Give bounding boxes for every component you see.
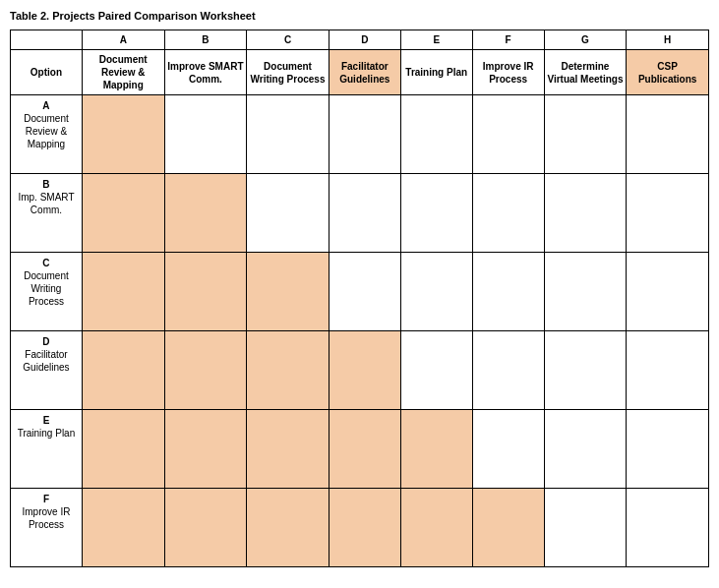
cell-b-e (400, 174, 472, 253)
col-letter-e: E (400, 30, 472, 50)
cell-f-e (400, 489, 472, 567)
option-header: Option (11, 50, 83, 95)
cell-c-c (247, 253, 330, 331)
cell-a-c (247, 95, 330, 174)
cell-f-d (329, 489, 400, 567)
cell-b-h (627, 174, 709, 253)
cell-a-d (329, 95, 400, 174)
col-letter-row: A B C D E F G H (11, 30, 709, 50)
table-row: ADocument Review & Mapping (11, 95, 709, 174)
cell-a-e (400, 95, 472, 174)
col-label-c: Document Writing Process (247, 50, 330, 95)
cell-f-b (164, 489, 247, 567)
col-label-a: Document Review & Mapping (82, 50, 164, 95)
cell-c-a (82, 253, 164, 331)
col-letter-f: F (472, 30, 544, 50)
cell-f-f (472, 489, 544, 567)
cell-c-f (472, 253, 544, 331)
cell-d-a (82, 331, 164, 410)
col-letter-c: C (247, 30, 330, 50)
table-row: CDocument Writing Process (11, 253, 709, 331)
cell-e-h (627, 410, 709, 489)
corner-cell (11, 30, 83, 50)
table-row: DFacilitator Guidelines (11, 331, 709, 410)
row-label-a: ADocument Review & Mapping (11, 95, 83, 174)
row-label-e: ETraining Plan (11, 410, 83, 489)
col-label-h: CSP Publications (627, 50, 709, 95)
col-label-e: Training Plan (400, 50, 472, 95)
cell-d-b (164, 331, 247, 410)
col-label-row: Option Document Review & Mapping Improve… (11, 50, 709, 95)
col-label-b: Improve SMART Comm. (164, 50, 247, 95)
table-row: FImprove IR Process (11, 489, 709, 567)
table-title: Table 2. Projects Paired Comparison Work… (10, 10, 709, 22)
cell-d-g (544, 331, 627, 410)
cell-b-g (544, 174, 627, 253)
row-label-d: DFacilitator Guidelines (11, 331, 83, 410)
col-label-d: Facilitator Guidelines (329, 50, 400, 95)
cell-b-d (329, 174, 400, 253)
cell-d-d (329, 331, 400, 410)
cell-e-b (164, 410, 247, 489)
cell-a-b (164, 95, 247, 174)
row-label-b: BImp. SMART Comm. (11, 174, 83, 253)
col-letter-g: G (544, 30, 627, 50)
col-letter-b: B (164, 30, 247, 50)
cell-a-a (82, 95, 164, 174)
row-label-c: CDocument Writing Process (11, 253, 83, 331)
cell-c-g (544, 253, 627, 331)
row-label-f: FImprove IR Process (11, 489, 83, 567)
cell-c-h (627, 253, 709, 331)
cell-a-h (627, 95, 709, 174)
cell-c-d (329, 253, 400, 331)
cell-e-e (400, 410, 472, 489)
col-label-g: Determine Virtual Meetings (544, 50, 627, 95)
cell-e-d (329, 410, 400, 489)
table-row: ETraining Plan (11, 410, 709, 489)
cell-a-g (544, 95, 627, 174)
cell-f-a (82, 489, 164, 567)
cell-c-b (164, 253, 247, 331)
col-letter-h: H (627, 30, 709, 50)
cell-d-c (247, 331, 330, 410)
cell-d-f (472, 331, 544, 410)
col-letter-d: D (329, 30, 400, 50)
cell-f-c (247, 489, 330, 567)
cell-e-g (544, 410, 627, 489)
cell-b-f (472, 174, 544, 253)
comparison-table: A B C D E F G H Option Document Review &… (10, 29, 709, 567)
cell-b-b (164, 174, 247, 253)
col-letter-a: A (82, 30, 164, 50)
cell-e-c (247, 410, 330, 489)
cell-e-a (82, 410, 164, 489)
cell-a-f (472, 95, 544, 174)
table-row: BImp. SMART Comm. (11, 174, 709, 253)
cell-d-e (400, 331, 472, 410)
cell-f-h (627, 489, 709, 567)
cell-e-f (472, 410, 544, 489)
cell-f-g (544, 489, 627, 567)
cell-c-e (400, 253, 472, 331)
cell-b-a (82, 174, 164, 253)
cell-b-c (247, 174, 330, 253)
col-label-f: Improve IR Process (472, 50, 544, 95)
cell-d-h (627, 331, 709, 410)
